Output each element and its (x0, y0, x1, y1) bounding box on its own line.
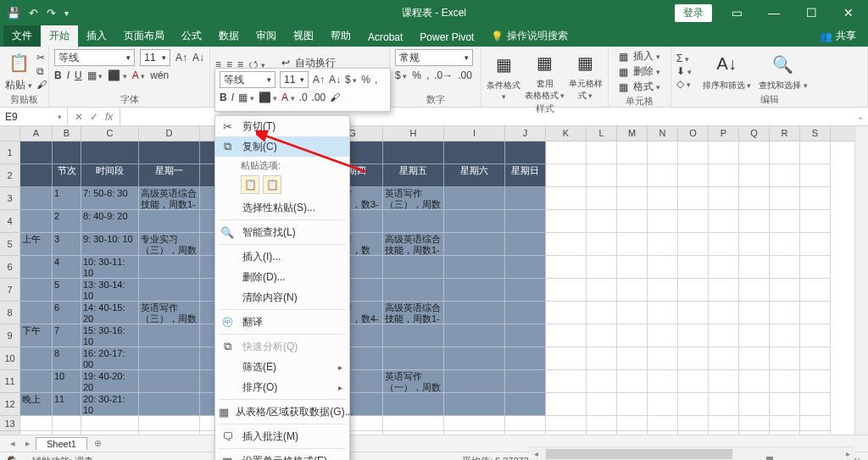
cell[interactable] (648, 210, 678, 233)
cell[interactable] (800, 347, 831, 370)
cell[interactable]: 15: 30-16: 10 (81, 324, 139, 347)
cell[interactable]: 7 (53, 324, 81, 347)
cell[interactable] (546, 431, 587, 435)
cell[interactable] (139, 324, 200, 347)
cell[interactable] (800, 279, 831, 302)
cell[interactable] (444, 324, 505, 347)
cell[interactable] (617, 279, 648, 302)
mini-font-color-icon[interactable]: A (281, 91, 295, 103)
cell[interactable] (20, 416, 53, 431)
mini-currency-icon[interactable]: $ (345, 74, 357, 86)
mini-comma-icon[interactable]: , (375, 74, 377, 86)
cell[interactable] (709, 416, 739, 431)
mini-shrink-font-icon[interactable]: A↓ (329, 74, 341, 86)
cell[interactable]: 下午 (20, 324, 53, 347)
cell[interactable] (546, 233, 587, 256)
cell[interactable] (739, 302, 770, 324)
cell[interactable]: 14: 40-15: 20 (81, 302, 139, 324)
cell[interactable] (505, 324, 546, 347)
tab-insert[interactable]: 插入 (78, 25, 115, 47)
cell[interactable]: 星期日 (505, 164, 546, 187)
cell[interactable] (505, 141, 546, 164)
column-header-K[interactable]: K (546, 126, 587, 141)
cell[interactable]: 11 (53, 393, 81, 416)
conditional-format-button[interactable]: 条件格式 (487, 80, 521, 101)
row-header[interactable]: 12 (0, 393, 20, 416)
cell[interactable] (648, 164, 678, 187)
cell[interactable] (546, 347, 587, 370)
insert-cells-button[interactable]: 插入 (633, 49, 660, 64)
cell[interactable] (709, 324, 739, 347)
cell[interactable] (139, 279, 200, 302)
cell[interactable] (505, 210, 546, 233)
cell[interactable] (678, 187, 709, 210)
cell[interactable] (139, 416, 200, 431)
cell[interactable] (383, 256, 444, 279)
cell[interactable] (587, 302, 617, 324)
cell[interactable] (678, 210, 709, 233)
select-all-cell[interactable] (0, 126, 20, 141)
tab-review[interactable]: 审阅 (248, 25, 285, 47)
cell[interactable] (546, 141, 587, 164)
cell[interactable] (709, 393, 739, 416)
find-select-icon[interactable]: 🔍 (770, 51, 797, 78)
sheet-nav-next-icon[interactable]: ▸ (20, 438, 36, 449)
cell[interactable] (53, 431, 81, 435)
vertical-scrollbar[interactable] (854, 126, 868, 435)
cell[interactable] (770, 347, 800, 370)
row-header[interactable]: 8 (0, 302, 20, 324)
column-header-A[interactable]: A (20, 126, 53, 141)
cell[interactable] (770, 233, 800, 256)
cell[interactable] (770, 187, 800, 210)
cell[interactable] (139, 393, 200, 416)
cell[interactable] (800, 324, 831, 347)
cell[interactable] (709, 347, 739, 370)
column-header-R[interactable]: R (770, 126, 800, 141)
font-name[interactable]: 等线 (58, 51, 79, 65)
cell[interactable] (139, 347, 200, 370)
redo-icon[interactable]: ↷ (47, 7, 56, 19)
cell[interactable] (20, 164, 53, 187)
cell[interactable] (617, 393, 648, 416)
paste-opt-2[interactable]: 📋 (263, 175, 281, 194)
cell[interactable] (800, 370, 831, 393)
cancel-formula-icon[interactable]: ✕ (75, 111, 83, 123)
tab-file[interactable]: 文件 (3, 25, 41, 47)
cell[interactable] (617, 210, 648, 233)
ctx-get-data[interactable]: ▦从表格/区域获取数据(G)... (215, 402, 349, 422)
cell[interactable] (444, 416, 505, 431)
cell[interactable] (678, 256, 709, 279)
cell[interactable] (53, 141, 81, 164)
cell[interactable] (505, 279, 546, 302)
table-format-icon[interactable]: ▦ (531, 49, 559, 76)
cell[interactable] (587, 431, 617, 435)
cell[interactable] (770, 256, 800, 279)
column-header-H[interactable]: H (383, 126, 444, 141)
cell[interactable]: 20: 30-21: 10 (81, 393, 139, 416)
row-header[interactable]: 11 (0, 370, 20, 393)
cell[interactable] (648, 370, 678, 393)
maximize-icon[interactable]: ☐ (798, 6, 824, 19)
cell[interactable] (648, 393, 678, 416)
cell[interactable] (20, 256, 53, 279)
mini-grow-font-icon[interactable]: A↑ (313, 74, 325, 86)
undo-icon[interactable]: ↶ (29, 7, 38, 19)
underline-button[interactable]: U (75, 69, 82, 81)
name-box[interactable]: E9▾ (0, 108, 68, 125)
paste-button[interactable]: 粘贴 (5, 78, 32, 92)
cell[interactable] (444, 347, 505, 370)
mini-bold-icon[interactable]: B (220, 91, 227, 103)
cell[interactable] (444, 187, 505, 210)
horizontal-scrollbar[interactable]: ◂▸ (529, 446, 854, 460)
cell[interactable] (770, 431, 800, 435)
cell[interactable] (739, 279, 770, 302)
cell[interactable] (444, 210, 505, 233)
cell[interactable] (800, 302, 831, 324)
cell[interactable]: 16: 20-17: 00 (81, 347, 139, 370)
cell[interactable] (617, 324, 648, 347)
qat-customize-icon[interactable]: ▾ (64, 8, 69, 18)
cell[interactable] (770, 210, 800, 233)
mini-inc-dec-icon[interactable]: .0 (299, 91, 308, 103)
cell[interactable] (770, 164, 800, 187)
tab-powerpivot[interactable]: Power Pivot (411, 28, 482, 47)
